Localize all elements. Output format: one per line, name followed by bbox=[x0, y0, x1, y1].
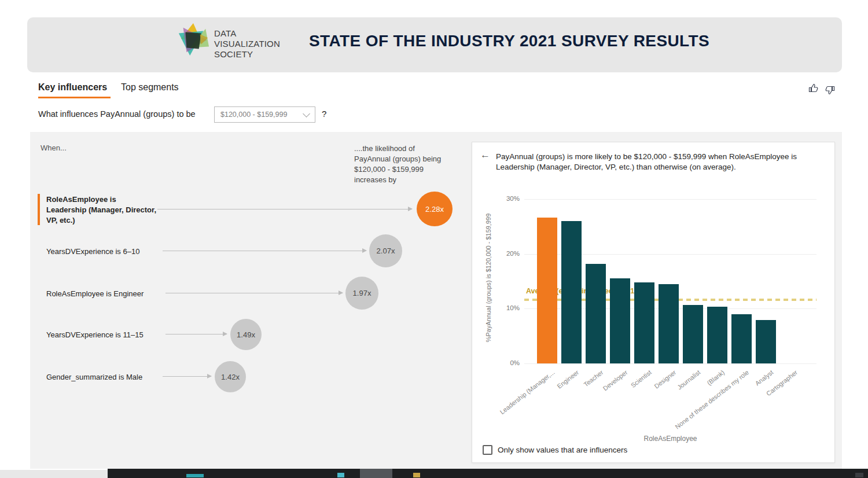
x-axis-title: RoleAsEmployee bbox=[524, 435, 816, 443]
thumbs-up-icon[interactable] bbox=[808, 82, 819, 94]
bar-chart: %PayAnnual (groups) is $120,000 - $159,9… bbox=[472, 142, 836, 464]
bar-9[interactable] bbox=[756, 320, 776, 363]
influencer-arrow bbox=[163, 251, 366, 251]
bar-3[interactable] bbox=[610, 278, 630, 363]
detail-chart-card: ← PayAnnual (groups) is more likely to b… bbox=[472, 142, 835, 463]
x-tick-label: Developer bbox=[601, 369, 628, 392]
influencer-bubble-3[interactable]: 1.97x bbox=[345, 277, 378, 310]
page-title: STATE OF THE INDUSTRY 2021 SURVEY RESULT… bbox=[243, 32, 775, 50]
chevron-down-icon bbox=[303, 110, 310, 117]
taskbar-app-fragment bbox=[855, 473, 863, 477]
y-tick-label: 20% bbox=[492, 250, 520, 257]
y-axis-title: %PayAnnual (groups) is $120,000 - $159,9… bbox=[485, 203, 492, 353]
question-text: What influences PayAnnual (groups) to be bbox=[38, 109, 196, 119]
gridline bbox=[524, 363, 816, 364]
x-tick-label: (Blank) bbox=[706, 369, 726, 387]
influencer-label-2[interactable]: YearsDVExperience is 6–10 bbox=[46, 247, 139, 256]
only-influencers-checkbox[interactable] bbox=[483, 445, 492, 455]
bar-7[interactable] bbox=[707, 307, 727, 363]
bar-0[interactable] bbox=[537, 218, 557, 363]
bar-6[interactable] bbox=[683, 305, 703, 363]
dropdown-selected-value: $120,000 - $159,999 bbox=[220, 111, 304, 119]
influencer-label-3[interactable]: RoleAsEmployee is Engineer bbox=[46, 289, 144, 298]
active-tab-underline bbox=[38, 97, 111, 98]
taskbar-app-fragment[interactable] bbox=[413, 473, 420, 477]
taskbar-app-fragment[interactable] bbox=[186, 474, 204, 477]
bubble-value: 2.07x bbox=[377, 247, 395, 255]
influencer-label-1[interactable]: RoleAsEmployee is Leadership (Manager, D… bbox=[46, 194, 156, 226]
x-tick-label: Journalist bbox=[676, 369, 701, 391]
influencer-label-4[interactable]: YearsDVExperience is 11–15 bbox=[46, 330, 144, 339]
influencer-arrow bbox=[165, 293, 343, 293]
bubble-value: 2.28x bbox=[425, 205, 444, 214]
x-tick-label: Analyst bbox=[754, 369, 775, 387]
x-tick-label: Scientist bbox=[630, 369, 653, 389]
influencer-bubble-4[interactable]: 1.49x bbox=[230, 319, 262, 350]
taskbar-active-app[interactable] bbox=[360, 469, 392, 478]
influencer-bubble-2[interactable]: 2.07x bbox=[369, 234, 402, 267]
only-influencers-checkbox-label: Only show values that are influencers bbox=[498, 446, 627, 454]
y-tick-label: 10% bbox=[492, 304, 520, 311]
y-tick-label: 0% bbox=[492, 359, 520, 366]
bubble-value: 1.42x bbox=[221, 373, 240, 381]
logo-line-3: SOCIETY bbox=[214, 49, 280, 60]
bar-1[interactable] bbox=[561, 221, 582, 363]
y-tick-label: 30% bbox=[492, 195, 520, 202]
taskbar-sliver bbox=[108, 469, 868, 478]
influencer-arrow bbox=[157, 209, 412, 209]
influencer-bubble-1[interactable]: 2.28x bbox=[417, 192, 453, 226]
influencer-arrow bbox=[165, 334, 227, 334]
likelihood-text: ....the likelihood of PayAnnual (groups)… bbox=[354, 144, 447, 185]
bubble-value: 1.97x bbox=[353, 289, 372, 297]
dvs-logo-icon bbox=[176, 23, 210, 57]
influencer-bubble-5[interactable]: 1.42x bbox=[215, 361, 246, 392]
tab-key-influencers[interactable]: Key influencers bbox=[38, 82, 107, 93]
selected-influencer-accent bbox=[38, 194, 40, 225]
influencer-arrow bbox=[163, 376, 211, 377]
bar-8[interactable] bbox=[731, 314, 752, 363]
bubble-value: 1.49x bbox=[237, 330, 255, 339]
bottom-edge-strip bbox=[0, 469, 108, 478]
influencer-label-5[interactable]: Gender_summarized is Male bbox=[46, 373, 142, 381]
target-value-dropdown[interactable]: $120,000 - $159,999 bbox=[214, 106, 315, 123]
help-icon[interactable]: ? bbox=[322, 109, 326, 119]
thumbs-down-icon[interactable] bbox=[824, 84, 836, 96]
x-tick-label: Engineer bbox=[556, 369, 580, 390]
taskbar-app-fragment[interactable] bbox=[337, 473, 344, 477]
x-tick-label: Leadership (Manager,... bbox=[498, 369, 556, 416]
bar-2[interactable] bbox=[586, 264, 606, 363]
tab-top-segments[interactable]: Top segments bbox=[121, 82, 179, 93]
x-tick-label: Designer bbox=[653, 369, 677, 390]
bar-4[interactable] bbox=[634, 282, 654, 363]
bar-5[interactable] bbox=[659, 284, 679, 363]
when-label: When... bbox=[41, 144, 67, 152]
gridline bbox=[524, 199, 816, 200]
x-tick-label: Teacher bbox=[582, 369, 604, 388]
